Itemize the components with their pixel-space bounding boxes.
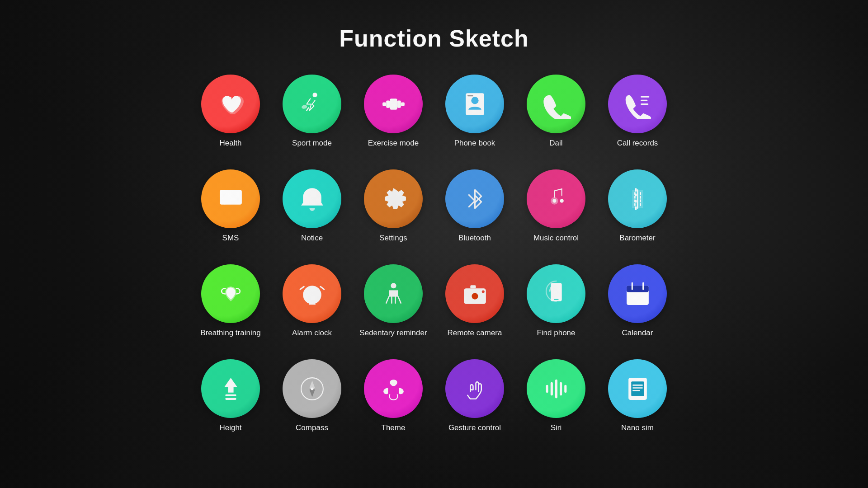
svg-rect-11 xyxy=(220,190,242,205)
item-notice[interactable]: Notice xyxy=(274,169,350,260)
svg-point-23 xyxy=(472,293,478,299)
nano-sim-label: Nano sim xyxy=(621,423,654,432)
alarm-clock-label: Alarm clock xyxy=(292,328,332,338)
item-theme[interactable]: Theme xyxy=(355,359,432,450)
siri-icon xyxy=(527,359,585,418)
compass-label: Compass xyxy=(296,423,328,432)
item-alarm-clock[interactable]: Alarm clock xyxy=(274,264,350,355)
sms-label: SMS xyxy=(222,234,239,243)
svg-line-12 xyxy=(468,194,475,201)
svg-point-20 xyxy=(391,283,396,288)
svg-point-1 xyxy=(312,93,317,97)
breathing-training-label: Breathing training xyxy=(200,328,260,338)
item-nano-sim[interactable]: Nano sim xyxy=(599,359,676,450)
svg-rect-7 xyxy=(390,99,397,109)
item-compass[interactable]: Compass xyxy=(274,359,350,450)
gesture-icon xyxy=(445,359,504,418)
callrecords-icon xyxy=(608,75,667,133)
call-records-label: Call records xyxy=(617,139,658,148)
compass-icon xyxy=(283,359,341,418)
svg-line-13 xyxy=(468,201,475,207)
item-bluetooth[interactable]: Bluetooth xyxy=(436,169,513,260)
findphone-icon xyxy=(527,264,585,323)
item-remote-camera[interactable]: Remote camera xyxy=(436,264,513,355)
bluetooth-icon xyxy=(445,169,504,228)
camera-icon xyxy=(445,264,504,323)
svg-rect-10 xyxy=(467,95,473,96)
svg-point-2 xyxy=(301,104,307,109)
music-control-label: Music control xyxy=(533,234,579,243)
item-barometer[interactable]: Barometer xyxy=(599,169,676,260)
item-exercise-mode[interactable]: Exercise mode xyxy=(355,75,432,165)
item-calendar[interactable]: 23Calendar xyxy=(599,264,676,355)
item-height[interactable]: Height xyxy=(192,359,269,450)
siri-label: Siri xyxy=(551,423,562,432)
svg-point-34 xyxy=(391,386,396,391)
sedentary-reminder-label: Sedentary reminder xyxy=(359,328,427,338)
phonebook-icon xyxy=(445,75,504,133)
item-health[interactable]: Health xyxy=(192,75,269,165)
phone-book-label: Phone book xyxy=(454,139,495,148)
breathing-icon xyxy=(201,264,260,323)
svg-rect-6 xyxy=(397,100,401,108)
item-dail[interactable]: Dail xyxy=(518,75,594,165)
find-phone-label: Find phone xyxy=(537,328,575,338)
item-gesture-control[interactable]: Gesture control xyxy=(436,359,513,450)
notice-icon xyxy=(283,169,341,228)
notice-label: Notice xyxy=(301,234,323,243)
sport-mode-label: Sport mode xyxy=(292,139,332,148)
settings-icon xyxy=(364,169,423,228)
height-icon xyxy=(201,359,260,418)
sedentary-icon xyxy=(364,264,423,323)
svg-text:23: 23 xyxy=(632,292,643,302)
remote-camera-label: Remote camera xyxy=(448,328,502,338)
height-label: Height xyxy=(219,423,241,432)
calendar-icon: 23 xyxy=(608,264,667,323)
theme-icon xyxy=(364,359,423,418)
calendar-label: Calendar xyxy=(622,328,653,338)
svg-rect-24 xyxy=(470,285,476,288)
theme-label: Theme xyxy=(382,423,406,432)
svg-point-33 xyxy=(311,387,313,390)
svg-rect-36 xyxy=(631,381,644,396)
nanosim-icon xyxy=(608,359,667,418)
item-sport-mode[interactable]: Sport mode xyxy=(274,75,350,165)
music-icon xyxy=(527,169,585,228)
function-grid: HealthSport modeExercise modePhone bookD… xyxy=(192,75,676,450)
barometer-icon xyxy=(608,169,667,228)
svg-rect-3 xyxy=(382,102,386,106)
item-siri[interactable]: Siri xyxy=(518,359,594,450)
item-phone-book[interactable]: Phone book xyxy=(436,75,513,165)
svg-rect-28 xyxy=(627,286,649,292)
gesture-control-label: Gesture control xyxy=(448,423,501,432)
svg-point-14 xyxy=(560,199,563,202)
svg-rect-30 xyxy=(225,394,236,396)
alarm-icon xyxy=(283,264,341,323)
svg-rect-31 xyxy=(225,398,236,399)
exercise-mode-label: Exercise mode xyxy=(368,139,419,148)
item-music-control[interactable]: Music control xyxy=(518,169,594,260)
dail-label: Dail xyxy=(549,139,562,148)
svg-rect-4 xyxy=(401,102,404,106)
svg-rect-5 xyxy=(386,100,390,108)
page-title: Function Sketch xyxy=(339,25,528,52)
item-call-records[interactable]: Call records xyxy=(599,75,676,165)
item-sms[interactable]: SMS xyxy=(192,169,269,260)
exercise-icon xyxy=(364,75,423,133)
item-sedentary-reminder[interactable]: Sedentary reminder xyxy=(355,264,432,355)
settings-label: Settings xyxy=(379,234,407,243)
phone-icon xyxy=(527,75,585,133)
item-breathing-training[interactable]: Breathing training xyxy=(192,264,269,355)
svg-point-9 xyxy=(471,97,478,104)
sms-icon xyxy=(201,169,260,228)
sport-icon xyxy=(283,75,341,133)
health-label: Health xyxy=(219,139,241,148)
health-icon xyxy=(201,75,260,133)
item-find-phone[interactable]: Find phone xyxy=(518,264,594,355)
barometer-label: Barometer xyxy=(619,234,655,243)
bluetooth-label: Bluetooth xyxy=(458,234,491,243)
item-settings[interactable]: Settings xyxy=(355,169,432,260)
svg-point-25 xyxy=(481,290,484,293)
